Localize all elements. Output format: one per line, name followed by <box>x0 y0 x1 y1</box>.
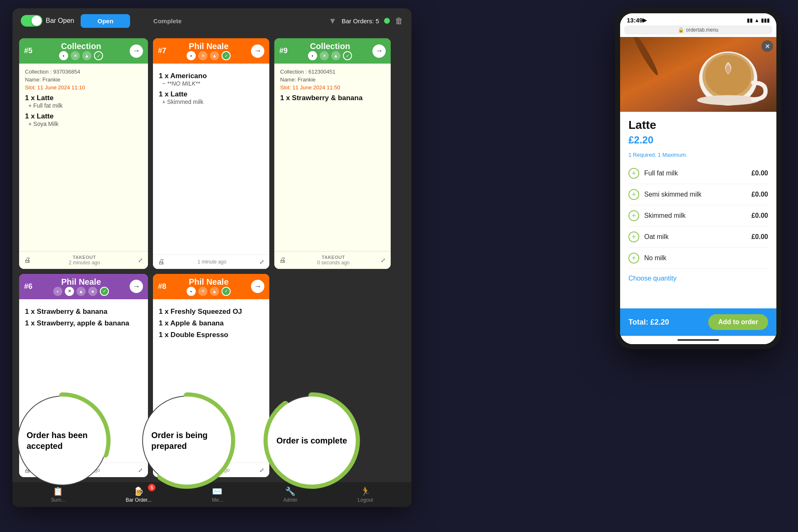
modifier-name-full-fat: Full fat milk <box>644 170 751 177</box>
print-icon-5[interactable]: 🖨 <box>24 256 31 264</box>
card-header-8: #8 Phil Neale ▪ ✕ ▲ ✓ → <box>153 274 269 299</box>
add-to-order-button[interactable]: Add to order <box>708 314 768 330</box>
pos-header: Bar Open Open Complete ▼ Bar Orders: 5 🗑 <box>12 8 411 33</box>
plus-skimmed[interactable]: + <box>628 210 639 221</box>
status-icons-6: ▪ ✕ ▲ ● ✓ <box>32 287 130 296</box>
status-icon-8-2: ✕ <box>198 287 207 296</box>
nav-label-messages: Me... <box>212 497 223 503</box>
plus-no-milk[interactable]: + <box>628 253 639 264</box>
slot-5: Slot: 11 June 2024 11:10 <box>25 84 142 91</box>
modifier-name-no-milk: No milk <box>644 254 768 262</box>
order-number-9: #9 <box>279 47 288 55</box>
status-icons-8: ▪ ✕ ▲ ✓ <box>166 287 251 296</box>
nav-label-bar-orders: Bar Order... <box>126 497 151 503</box>
item-1-8: 1 x Freshly Squeezed OJ <box>159 308 264 316</box>
order-number-6: #6 <box>24 282 32 291</box>
print-icon-9[interactable]: 🖨 <box>279 256 286 264</box>
tab-complete[interactable]: Complete <box>137 14 198 28</box>
bar-open-toggle[interactable]: Bar Open <box>21 15 74 27</box>
order-number-5: #5 <box>24 47 32 55</box>
phone-url-bar: 🔒 ordertab.menu <box>624 25 772 34</box>
modifier-price-full-fat: £0.00 <box>751 170 768 177</box>
order-number-8: #8 <box>158 282 166 291</box>
svg-point-13 <box>697 95 759 105</box>
bar-open-label: Bar Open <box>46 17 74 25</box>
status-icon-7-2: ✕ <box>198 51 207 60</box>
status-circle-complete: Order is complete <box>262 391 362 490</box>
status-icon-9-3: ▲ <box>331 51 340 60</box>
modifier-option-full-fat: + Full fat milk £0.00 <box>628 163 768 184</box>
phone-icons: ▮▮ ▲ ▮▮▮ <box>747 17 770 23</box>
nav-label-summary: Sum... <box>51 497 66 503</box>
signal-icon: ▮▮ <box>747 17 753 23</box>
expand-icon-7[interactable]: ⤢ <box>259 259 264 265</box>
phone-time: 13:49 <box>627 17 643 24</box>
item-2-8: 1 x Apple & banana <box>159 319 264 328</box>
card-footer-5: 🖨 TAKEOUT 2 minutes ago ⤢ <box>19 251 148 269</box>
print-icon-7[interactable]: 🖨 <box>158 258 165 266</box>
item-1-5: 1 x Latte <box>25 94 142 102</box>
card-header-9: #9 Collection ▪ ✕ ▲ ✓ → <box>274 38 391 64</box>
plus-oat-milk[interactable]: + <box>628 232 639 242</box>
status-icon-1: ▪ <box>59 51 68 60</box>
order-title-5: Collection <box>32 42 130 51</box>
battery-icon: ▮▮▮ <box>761 17 770 23</box>
status-indicator-dot <box>384 18 390 24</box>
order-card-9: #9 Collection ▪ ✕ ▲ ✓ → Collection : 612… <box>274 38 391 269</box>
status-icon-7-3: ▲ <box>210 51 219 60</box>
time-ago-9: 0 seconds ago <box>317 260 350 266</box>
card-body-9: Collection : 612300451 Name: Frankie Slo… <box>274 64 391 251</box>
status-icon-7-4: ✓ <box>222 51 231 60</box>
card-arrow-6[interactable]: → <box>130 280 143 293</box>
status-icons-9: ▪ ✕ ▲ ✓ <box>288 51 372 60</box>
nav-label-admin: Admin <box>283 497 297 503</box>
status-icons-7: ▪ ✕ ▲ ✓ <box>166 51 251 60</box>
product-price: £2.20 <box>628 134 768 146</box>
order-title-6: Phil Neale <box>32 277 130 287</box>
modifier-option-semi-skimmed: + Semi skimmed milk £0.00 <box>628 184 768 205</box>
slot-9: Slot: 11 June 2024 11:50 <box>280 84 385 91</box>
phone-close-button[interactable]: ✕ <box>761 40 773 52</box>
status-icon-6-1: ▪ <box>53 287 62 296</box>
modifier-name-skimmed: Skimmed milk <box>644 212 751 219</box>
modifier-1-7: + Skimmed milk <box>162 99 264 105</box>
item-2-5: 1 x Latte <box>25 112 142 121</box>
filter-icon[interactable]: ▼ <box>328 16 337 26</box>
total-label: Total: £2.20 <box>628 318 669 327</box>
modifier-option-oat: + Oat milk £0.00 <box>628 227 768 248</box>
logout-icon: 🏃 <box>360 486 371 496</box>
trash-icon[interactable]: 🗑 <box>395 16 403 26</box>
card-arrow-9[interactable]: → <box>372 44 386 58</box>
card-arrow-5[interactable]: → <box>130 44 143 58</box>
plus-semi-skimmed[interactable]: + <box>628 189 639 200</box>
order-title-9: Collection <box>288 42 372 51</box>
status-icon-4: ✓ <box>94 51 103 60</box>
item-2-6: 1 x Strawberry, apple & banana <box>25 319 142 328</box>
item-1-7: 1 x Americano <box>159 72 264 80</box>
card-arrow-8[interactable]: → <box>251 280 264 293</box>
card-arrow-7[interactable]: → <box>251 44 264 58</box>
circle-label-1: Order has been accepted <box>18 421 106 460</box>
outer-ring-1: Order has been accepted <box>12 391 112 490</box>
toggle-thumb <box>32 16 42 26</box>
modifier-section-title: 1 Required. 1 Maximum. <box>628 152 768 158</box>
status-icon-6-2: ✕ <box>65 287 74 296</box>
tab-open[interactable]: Open <box>81 14 130 28</box>
mobile-phone: 13:49 ▶ ▮▮ ▲ ▮▮▮ 🔒 ordertab.menu <box>615 8 781 349</box>
status-icon-6-5: ✓ <box>100 287 109 296</box>
card-header-5: #5 Collection ▪ ✕ ▲ ✓ → <box>19 38 148 64</box>
modifier-price-semi-skimmed: £0.00 <box>751 191 768 198</box>
item-1-6: 1 x Strawberry & banana <box>25 308 142 316</box>
location-icon: ▶ <box>643 17 647 23</box>
status-icon-2: ✕ <box>71 51 80 60</box>
choose-quantity-link[interactable]: Choose quantity <box>628 269 768 288</box>
toggle-track[interactable] <box>21 15 42 27</box>
status-icon-9-1: ▪ <box>308 51 317 60</box>
order-title-8: Phil Neale <box>166 277 251 287</box>
plus-full-fat-milk[interactable]: + <box>628 168 639 179</box>
card-footer-9: 🖨 TAKEOUT 0 seconds ago ⤢ <box>274 251 391 269</box>
expand-icon-9[interactable]: ⤢ <box>381 257 386 264</box>
circle-label-3: Order is complete <box>268 427 355 454</box>
status-icon-8-3: ▲ <box>210 287 219 296</box>
expand-icon-5[interactable]: ⤢ <box>138 257 143 264</box>
